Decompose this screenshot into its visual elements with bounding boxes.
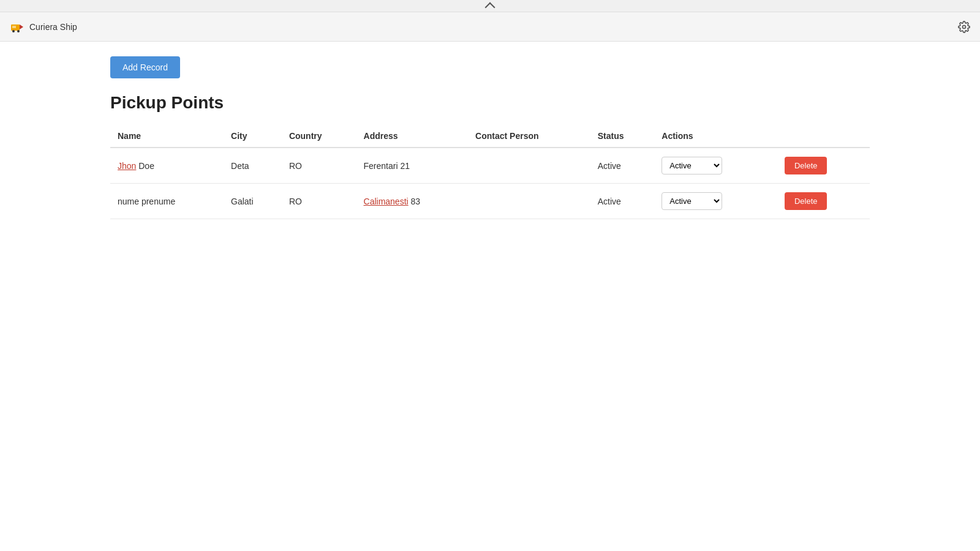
app-name-label: Curiera Ship <box>29 22 77 32</box>
add-record-button[interactable]: Add Record <box>110 56 180 78</box>
column-header-delete <box>772 125 870 148</box>
column-header-status: Status <box>590 125 655 148</box>
status-select[interactable]: Active Inactive <box>662 157 722 174</box>
name-link[interactable]: Jhon <box>118 161 136 171</box>
cell-name: Jhon Doe <box>110 148 224 184</box>
cell-country: RO <box>282 184 356 219</box>
status-value: Active <box>598 197 621 206</box>
cell-name: nume prenume <box>110 184 224 219</box>
delete-button[interactable]: Delete <box>785 157 827 174</box>
table-row: Jhon Doe Deta RO Ferentari 21 <box>110 148 870 184</box>
page-title: Pickup Points <box>110 93 870 113</box>
country-value: RO <box>289 197 302 206</box>
title-bar: Curiera Ship <box>0 12 980 42</box>
name-plain: Doe <box>136 161 154 171</box>
column-header-city: City <box>224 125 282 148</box>
city-value: Galati <box>231 197 254 206</box>
name-plain: nume prenume <box>118 197 175 206</box>
pickup-points-table: Name City Country Address Contact Person… <box>110 125 870 219</box>
svg-marker-1 <box>20 24 23 29</box>
cell-address: Ferentari 21 <box>356 148 469 184</box>
address-link[interactable]: Calimanesti <box>364 197 409 206</box>
cell-status: Active <box>590 184 655 219</box>
cell-contact-person <box>468 184 590 219</box>
settings-icon[interactable] <box>958 21 970 33</box>
column-header-contact-person: Contact Person <box>468 125 590 148</box>
cell-actions: Active Inactive <box>654 148 772 184</box>
main-content: Add Record Pickup Points Name City Count… <box>0 42 980 234</box>
address-value: Ferentari 21 <box>364 161 410 171</box>
svg-point-3 <box>12 30 15 32</box>
app-title-group: Curiera Ship <box>10 20 77 34</box>
cell-address: Calimanesti 83 <box>356 184 469 219</box>
status-value: Active <box>598 161 621 171</box>
cell-actions: Active Inactive <box>654 184 772 219</box>
cell-contact-person <box>468 148 590 184</box>
svg-point-5 <box>963 25 966 28</box>
address-plain: 83 <box>409 197 420 206</box>
actions-group: Active Inactive <box>662 157 765 174</box>
column-header-country: Country <box>282 125 356 148</box>
top-bar <box>0 0 980 12</box>
column-header-actions: Actions <box>654 125 772 148</box>
cell-delete: Delete <box>772 148 870 184</box>
svg-point-4 <box>17 30 20 32</box>
svg-rect-2 <box>12 26 16 28</box>
table-row: nume prenume Galati RO Calimanesti 83 <box>110 184 870 219</box>
column-header-address: Address <box>356 125 469 148</box>
table-header-row: Name City Country Address Contact Person… <box>110 125 870 148</box>
cell-delete: Delete <box>772 184 870 219</box>
collapse-icon[interactable] <box>485 2 496 12</box>
pickup-points-table-container: Name City Country Address Contact Person… <box>110 125 870 219</box>
cell-country: RO <box>282 148 356 184</box>
app-logo-icon <box>10 20 24 34</box>
actions-group: Active Inactive <box>662 192 765 210</box>
status-select[interactable]: Active Inactive <box>662 192 722 210</box>
city-value: Deta <box>231 161 249 171</box>
delete-button[interactable]: Delete <box>785 192 827 210</box>
country-value: RO <box>289 161 302 171</box>
cell-city: Galati <box>224 184 282 219</box>
column-header-name: Name <box>110 125 224 148</box>
cell-city: Deta <box>224 148 282 184</box>
cell-status: Active <box>590 148 655 184</box>
